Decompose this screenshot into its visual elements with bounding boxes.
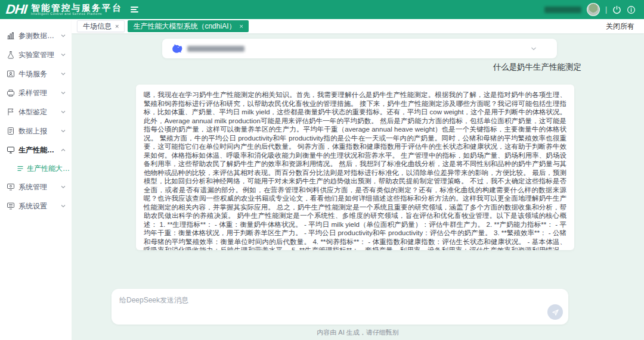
sidebar-item-label: 体型鉴定 bbox=[18, 107, 47, 117]
chevron-down-icon bbox=[61, 52, 66, 57]
system-settings-icon bbox=[7, 202, 15, 210]
close-all-tabs-button[interactable]: 关闭所有 bbox=[606, 21, 634, 32]
header-separator: | bbox=[605, 5, 607, 14]
chevron-down-icon bbox=[61, 204, 66, 208]
chevron-down-icon bbox=[61, 129, 66, 133]
model-name-redacted bbox=[187, 46, 244, 52]
tab-bar: 牛场信息 × 生产性能大模型系统（cndhiAI） × 关闭所有 bbox=[72, 19, 644, 33]
sidebar-item-label: 生产性能大模型系... bbox=[18, 145, 61, 155]
sidebar-item-label: 参测数据管理 bbox=[18, 31, 61, 41]
sidebar-item-label: 数据上报 bbox=[18, 126, 47, 136]
conformation-icon bbox=[7, 108, 15, 116]
sidebar-item-test-data-management[interactable]: 参测数据管理 bbox=[0, 26, 72, 45]
tab-close-icon[interactable]: × bbox=[115, 23, 119, 30]
chevron-up-icon bbox=[61, 148, 66, 152]
tab-close-icon[interactable]: × bbox=[239, 23, 243, 30]
user-message-row: 什么是奶牛生产性能测定 bbox=[72, 62, 644, 73]
chat-content-area: 什么是奶牛生产性能测定 嗯，我现在在学习奶牛生产性能测定的相关知识。首先，我需要… bbox=[72, 33, 644, 340]
sidebar-collapse-icon[interactable] bbox=[131, 7, 138, 13]
chevron-down-icon bbox=[61, 185, 66, 189]
app-header: DHI 智能管控与服务平台 Intelligent Control and Se… bbox=[0, 0, 644, 19]
ai-response-text: 嗯，我现在在学习奶牛生产性能测定的相关知识。首先，我需要理解什么是奶牛生产性能测… bbox=[144, 91, 566, 250]
sidebar-item-production-model-system[interactable]: 生产性能大模型系... bbox=[0, 141, 72, 160]
app-subtitle: Intelligent Control and Service Platform bbox=[31, 13, 122, 16]
system-admin-icon bbox=[7, 183, 15, 191]
send-icon bbox=[552, 308, 559, 316]
sidebar-item-data-reporting[interactable]: 数据上报 bbox=[0, 121, 72, 141]
tab-label: 牛场信息 bbox=[83, 21, 112, 32]
model-icon bbox=[7, 146, 15, 154]
chevron-down-icon[interactable] bbox=[531, 46, 537, 52]
tab-label: 生产性能大模型系统（cndhiAI） bbox=[133, 21, 236, 32]
farm-icon bbox=[7, 70, 15, 78]
sidebar-item-lab-management[interactable]: 实验室管理 bbox=[0, 45, 72, 64]
tab-farm-info[interactable]: 牛场信息 × bbox=[77, 20, 125, 32]
deepseek-whale-icon bbox=[169, 42, 182, 55]
chevron-down-icon bbox=[61, 110, 66, 114]
model-selector[interactable] bbox=[162, 39, 557, 58]
sidebar-item-label: 采样管理 bbox=[18, 88, 47, 98]
sidebar-item-farm-service[interactable]: 牛场服务 bbox=[0, 64, 72, 83]
sidebar-item-label: 实验室管理 bbox=[18, 50, 54, 60]
username-redacted bbox=[544, 7, 581, 13]
chevron-down-icon bbox=[61, 71, 66, 76]
send-button[interactable] bbox=[547, 304, 563, 320]
sidebar-subitem-label: 生产性能大模型系... bbox=[27, 164, 72, 174]
app-title: 智能管控与服务平台 bbox=[31, 4, 122, 13]
power-icon[interactable] bbox=[612, 5, 621, 14]
logo-dhi-text: DHI bbox=[5, 3, 27, 16]
tab-production-model-system[interactable]: 生产性能大模型系统（cndhiAI） × bbox=[128, 20, 248, 32]
info-icon[interactable] bbox=[627, 5, 636, 14]
sidebar-item-label: 系统设置 bbox=[18, 201, 47, 211]
app-logo: DHI 智能管控与服务平台 Intelligent Control and Se… bbox=[0, 3, 122, 16]
message-input-box bbox=[112, 289, 568, 325]
avatar[interactable] bbox=[587, 3, 600, 16]
user-message: 什么是奶牛生产性能测定 bbox=[493, 62, 582, 73]
sidebar-item-conformation-appraisal[interactable]: 体型鉴定 bbox=[0, 102, 72, 121]
sidebar-item-system-settings[interactable]: 系统设置 bbox=[0, 196, 72, 216]
chevron-down-icon bbox=[61, 91, 66, 95]
sidebar-item-label: 牛场服务 bbox=[18, 69, 47, 79]
flask-icon bbox=[7, 51, 15, 59]
chart-icon bbox=[7, 32, 15, 40]
chevron-down-icon bbox=[61, 33, 66, 38]
sidebar-subitem-production-model-system[interactable]: 生产性能大模型系... bbox=[0, 160, 72, 177]
sidebar-item-sampling-management[interactable]: 采样管理 bbox=[0, 83, 72, 102]
ai-generated-disclaimer: 内容由 AI 生成，请仔细甄别 bbox=[72, 328, 644, 337]
sidebar: 参测数据管理 实验室管理 牛场服务 采样管理 体型鉴定 数据上报 生产性能大模型… bbox=[0, 19, 72, 340]
ai-response-card: 嗯，我现在在学习奶牛生产性能测定的相关知识。首先，我需要理解什么是奶牛生产性能测… bbox=[136, 85, 574, 250]
list-icon bbox=[17, 165, 24, 172]
report-icon bbox=[7, 127, 15, 135]
sidebar-item-label: 系统管理 bbox=[18, 182, 47, 192]
sidebar-item-system-admin[interactable]: 系统管理 bbox=[0, 177, 72, 196]
sampling-icon bbox=[7, 89, 15, 97]
message-input[interactable] bbox=[112, 289, 568, 325]
